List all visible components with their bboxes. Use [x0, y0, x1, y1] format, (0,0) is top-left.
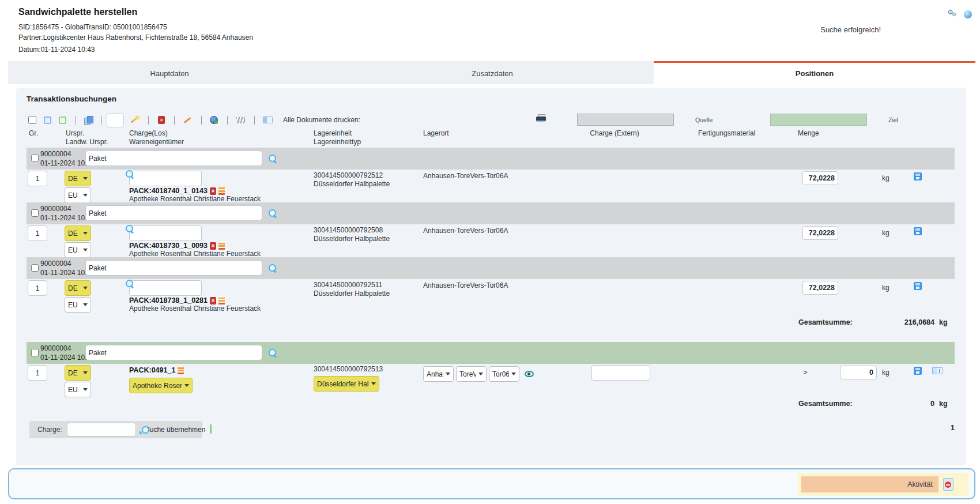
- note-icon[interactable]: [178, 366, 184, 374]
- suche-uebernehmen-button[interactable]: Suche übernehmen: [145, 426, 206, 434]
- divider: [201, 116, 202, 125]
- group-checkbox[interactable]: [31, 209, 39, 217]
- charge-input[interactable]: [67, 423, 136, 437]
- chevron-down-icon: [83, 177, 88, 180]
- delete-pack-icon[interactable]: [210, 297, 216, 304]
- lagereinheit-typ-select[interactable]: Düsseldorfer Halbpa: [314, 376, 379, 392]
- charge-los-input[interactable]: [129, 225, 202, 241]
- pos-input[interactable]: [28, 365, 47, 381]
- printer-icon[interactable]: [536, 114, 546, 122]
- fence-icon[interactable]: [236, 117, 245, 123]
- group-band: 90000004 01-11-2024 10:43: [27, 257, 955, 279]
- search-icon[interactable]: [269, 349, 276, 356]
- activity-bar: Aktivität: [8, 468, 975, 499]
- save-icon[interactable]: [914, 172, 922, 180]
- eye-icon[interactable]: [525, 371, 534, 377]
- ziel-marker-icon[interactable]: [59, 116, 66, 124]
- save-icon[interactable]: [914, 227, 922, 235]
- delete-pack-icon[interactable]: [210, 242, 216, 250]
- delete-icon[interactable]: [158, 116, 165, 124]
- note-icon[interactable]: [218, 242, 225, 250]
- paket-input[interactable]: [85, 345, 262, 360]
- select-all-checkbox[interactable]: [28, 116, 36, 124]
- paket-input[interactable]: [85, 205, 262, 221]
- help-sphere-icon[interactable]: [964, 10, 972, 18]
- pos-input[interactable]: [28, 171, 47, 186]
- paket-input[interactable]: [85, 260, 262, 276]
- paket-input[interactable]: [85, 151, 262, 166]
- aktivitaet-label: Aktivität: [907, 480, 933, 488]
- chevron-down-icon: [83, 287, 88, 289]
- search-icon[interactable]: [126, 280, 133, 287]
- copy-icon[interactable]: [84, 116, 93, 125]
- table-icon[interactable]: [263, 116, 273, 123]
- charge-los-input[interactable]: [129, 280, 202, 296]
- lagereinheit-label: 300414500000792511Düsseldorfer Halbpalet…: [314, 281, 390, 298]
- lagereinheit-label: 300414500000792512Düsseldorfer Halbpalet…: [314, 171, 390, 189]
- chevron-down-icon: [83, 303, 88, 306]
- group-band: 90000004 01-11-2024 10:43: [27, 202, 955, 224]
- greater-than-label: >: [803, 368, 808, 377]
- edit-pencil-icon[interactable]: [183, 116, 193, 125]
- urspr-select[interactable]: DE: [65, 171, 91, 186]
- col-charge-extern: Charge (Extern): [563, 129, 666, 146]
- menge-input[interactable]: [802, 281, 838, 295]
- save-icon[interactable]: [914, 367, 922, 375]
- stop-activity-icon[interactable]: [943, 478, 953, 491]
- toolbar-input[interactable]: [107, 113, 124, 127]
- urspr-select[interactable]: DE: [65, 225, 91, 241]
- col-lagereinheit: Lagereinheit Lagereinheittyp: [309, 129, 419, 146]
- gears-icon[interactable]: ⚙⚙: [947, 10, 958, 19]
- landw-urspr-select[interactable]: EU: [65, 382, 91, 397]
- table-row: DE EU PACK:4018740_1_0143 Apotheke Rosen…: [27, 170, 955, 202]
- note-icon[interactable]: [218, 187, 225, 195]
- search-icon[interactable]: [269, 155, 276, 162]
- search-icon[interactable]: [269, 209, 276, 217]
- lagereinheit-label: 300414500000792513: [314, 365, 383, 373]
- delete-pack-icon[interactable]: [210, 187, 216, 195]
- charge-los-input[interactable]: [129, 171, 202, 186]
- note-icon[interactable]: [218, 296, 225, 304]
- gesamtsumme-row-2: Gesamtsumme: 0 kg: [27, 397, 955, 412]
- group-checkbox[interactable]: [31, 155, 39, 162]
- page-number[interactable]: 1: [951, 423, 955, 432]
- pos-input[interactable]: [28, 225, 47, 241]
- urspr-select[interactable]: DE: [65, 280, 91, 296]
- magic-wand-icon[interactable]: [130, 115, 140, 125]
- landw-urspr-select[interactable]: EU: [65, 187, 91, 203]
- search-icon[interactable]: [126, 225, 133, 232]
- save-icon[interactable]: [914, 282, 922, 290]
- page-title: Sandwichpalette herstellen: [18, 7, 137, 17]
- lagerort-select-2[interactable]: ToreVe: [456, 366, 487, 382]
- split-table-icon[interactable]: [932, 367, 943, 374]
- menge-input[interactable]: [802, 226, 838, 240]
- lagerort-select-1[interactable]: Anhau: [423, 366, 454, 382]
- group-checkbox[interactable]: [31, 264, 39, 272]
- col-fertigungsmaterial: Fertigungsmaterial: [666, 129, 764, 146]
- menge-input[interactable]: [802, 171, 838, 185]
- menge-input[interactable]: [840, 366, 877, 379]
- chevron-down-icon: [478, 373, 483, 375]
- landw-urspr-select[interactable]: EU: [65, 242, 91, 258]
- search-icon[interactable]: [269, 264, 276, 272]
- lagerort-select-3[interactable]: Tor06A: [489, 366, 519, 382]
- landw-urspr-select[interactable]: EU: [65, 297, 91, 313]
- globe-icon[interactable]: [210, 116, 218, 124]
- tab-hauptdaten[interactable]: Hauptdaten: [8, 61, 331, 84]
- divider: [148, 116, 149, 125]
- pos-input[interactable]: [28, 280, 47, 296]
- group-band-active: 90000004 01-11-2024 10:43: [27, 342, 955, 364]
- quelle-marker-icon[interactable]: [44, 116, 51, 124]
- table-row-editable: DE EU PACK:0491_1 Apotheke Rosentha 3004…: [27, 364, 955, 397]
- tab-positionen[interactable]: Positionen: [654, 61, 975, 84]
- urspr-select[interactable]: DE: [65, 365, 91, 381]
- tab-zusatzdaten[interactable]: Zusatzdaten: [331, 61, 654, 84]
- charge-extern-input[interactable]: [591, 365, 650, 381]
- section-heading: Transaktionsbuchungen: [27, 95, 116, 103]
- aktivitaet-button[interactable]: Aktivität: [801, 476, 938, 492]
- charge-label: Charge:: [37, 426, 62, 434]
- owner-select[interactable]: Apotheke Rosentha: [129, 378, 193, 393]
- group-checkbox[interactable]: [31, 349, 39, 356]
- search-icon[interactable]: [126, 170, 133, 178]
- col-charge-los: Charge(Los) Wareneigentümer: [126, 129, 309, 146]
